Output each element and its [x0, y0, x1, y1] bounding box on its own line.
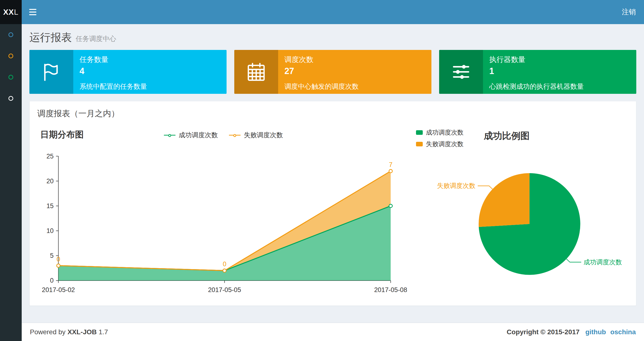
product-version: 1.7 — [98, 328, 108, 336]
svg-text:20: 20 — [46, 177, 54, 185]
sidebar — [0, 24, 22, 341]
main-footer: Powered byXXL-JOB1.7 Copyright © 2015-20… — [22, 323, 644, 341]
summary-boxes: 任务数量 4 系统中配置的任务数量 — [22, 50, 644, 94]
pie-chart-legend: 成功调度次数 失败调度次数 — [416, 128, 464, 148]
circle-icon — [8, 54, 13, 58]
line-chart-canvas: 05101520252017-05-022017-05-052017-05-08… — [37, 144, 410, 297]
pie-chart-canvas: 成功调度次数失败调度次数 — [416, 148, 629, 290]
sidebar-item-1[interactable] — [0, 24, 22, 45]
sidebar-toggle-button[interactable] — [22, 0, 44, 24]
oschina-link[interactable]: oschina — [610, 328, 636, 336]
panel-body: 日期分布图 成功调度次数 失败调度次数 05101520252017-05-02… — [30, 125, 636, 305]
content-wrapper: 运行报表任务调度中心 任务数量 4 系统中配置的任务数量 — [22, 24, 644, 323]
info-box-triggers: 调度次数 27 调度中心触发的调度次数 — [234, 50, 432, 94]
svg-text:10: 10 — [46, 227, 54, 234]
circle-icon — [8, 32, 13, 37]
swatch-icon — [416, 142, 423, 146]
calendar-icon — [234, 50, 278, 94]
line-chart-header: 日期分布图 成功调度次数 失败调度次数 — [37, 126, 410, 144]
info-box-value: 4 — [80, 66, 220, 76]
page-header: 运行报表任务调度中心 — [22, 24, 644, 50]
svg-text:2017-05-05: 2017-05-05 — [208, 286, 241, 293]
svg-text:失败调度次数: 失败调度次数 — [437, 182, 476, 189]
svg-text:0: 0 — [223, 260, 226, 268]
info-box-content: 执行器数量 1 心跳检测成功的执行器机器数量 — [483, 50, 636, 94]
svg-text:0: 0 — [50, 277, 54, 284]
info-box-label: 任务数量 — [80, 55, 220, 65]
svg-text:7: 7 — [389, 161, 392, 168]
powered-by-prefix: Powered by — [30, 328, 66, 336]
info-box-value: 27 — [284, 66, 425, 76]
page-subtitle: 任务调度中心 — [76, 35, 116, 43]
sidebar-item-4[interactable] — [0, 88, 22, 109]
svg-text:5: 5 — [50, 252, 54, 259]
svg-text:2017-05-08: 2017-05-08 — [374, 286, 407, 293]
legend-label: 成功调度次数 — [179, 131, 218, 139]
info-box-description: 心跳检测成功的执行器机器数量 — [489, 82, 630, 91]
sliders-icon — [439, 50, 483, 94]
line-chart-legend: 成功调度次数 失败调度次数 — [37, 126, 410, 139]
date-distribution-chart: 日期分布图 成功调度次数 失败调度次数 05101520252017-05-02… — [37, 126, 410, 297]
line-series-icon — [164, 135, 176, 136]
info-box-jobs: 任务数量 4 系统中配置的任务数量 — [30, 50, 226, 94]
legend-item-fail[interactable]: 失败调度次数 — [416, 140, 464, 148]
product-name: XXL-JOB — [68, 328, 97, 336]
legend-label: 失败调度次数 — [244, 131, 283, 139]
line-series-icon — [229, 135, 240, 136]
svg-text:2017-05-02: 2017-05-02 — [42, 286, 75, 293]
logo-text-bold: XX — [3, 8, 14, 17]
svg-text:0: 0 — [57, 256, 60, 263]
circle-icon — [8, 96, 13, 101]
app-logo[interactable]: XXL — [0, 0, 22, 24]
top-navbar: XXL 注销 — [0, 0, 644, 24]
sidebar-item-2[interactable] — [0, 45, 22, 67]
flag-icon — [30, 50, 73, 94]
hamburger-icon — [29, 12, 36, 13]
sidebar-item-3[interactable] — [0, 67, 22, 88]
legend-item-fail[interactable]: 失败调度次数 — [229, 131, 283, 139]
circle-icon — [8, 75, 13, 80]
svg-text:15: 15 — [46, 202, 54, 210]
copyright-area: Copyright © 2015-2017 github oschina — [506, 328, 636, 336]
legend-label: 失败调度次数 — [426, 140, 464, 148]
swatch-icon — [416, 130, 423, 135]
svg-text:成功调度次数: 成功调度次数 — [584, 258, 622, 266]
info-box-executors: 执行器数量 1 心跳检测成功的执行器机器数量 — [439, 50, 636, 94]
report-panel: 调度报表（一月之内） 日期分布图 成功调度次数 失败调度次数 — [30, 101, 636, 306]
info-box-content: 任务数量 4 系统中配置的任务数量 — [73, 50, 226, 94]
svg-text:25: 25 — [46, 153, 54, 160]
hamburger-icon — [29, 14, 36, 15]
legend-item-success[interactable]: 成功调度次数 — [416, 128, 464, 137]
legend-item-success[interactable]: 成功调度次数 — [164, 131, 218, 139]
hamburger-icon — [29, 9, 36, 10]
info-box-label: 执行器数量 — [489, 55, 630, 65]
info-box-value: 1 — [489, 66, 630, 76]
logout-link[interactable]: 注销 — [614, 0, 644, 24]
panel-title: 调度报表（一月之内） — [30, 101, 636, 125]
pie-chart-title: 成功比例图 — [484, 130, 530, 142]
success-ratio-chart: 成功调度次数 失败调度次数 成功比例图 成功调度次数失败调度次数 — [410, 126, 629, 297]
info-box-label: 调度次数 — [284, 55, 425, 65]
info-box-description: 系统中配置的任务数量 — [80, 82, 220, 91]
navbar-spacer — [44, 0, 614, 24]
logo-text-light: L — [14, 8, 18, 17]
legend-label: 成功调度次数 — [426, 128, 464, 137]
page-title: 运行报表 — [30, 31, 72, 43]
github-link[interactable]: github — [586, 328, 606, 336]
line-chart-title: 日期分布图 — [40, 129, 84, 141]
pie-chart-header: 成功调度次数 失败调度次数 成功比例图 — [416, 126, 629, 148]
copyright-text: Copyright © 2015-2017 — [506, 328, 580, 336]
info-box-description: 调度中心触发的调度次数 — [284, 82, 425, 91]
powered-by: Powered byXXL-JOB1.7 — [30, 328, 108, 336]
info-box-content: 调度次数 27 调度中心触发的调度次数 — [278, 50, 432, 94]
